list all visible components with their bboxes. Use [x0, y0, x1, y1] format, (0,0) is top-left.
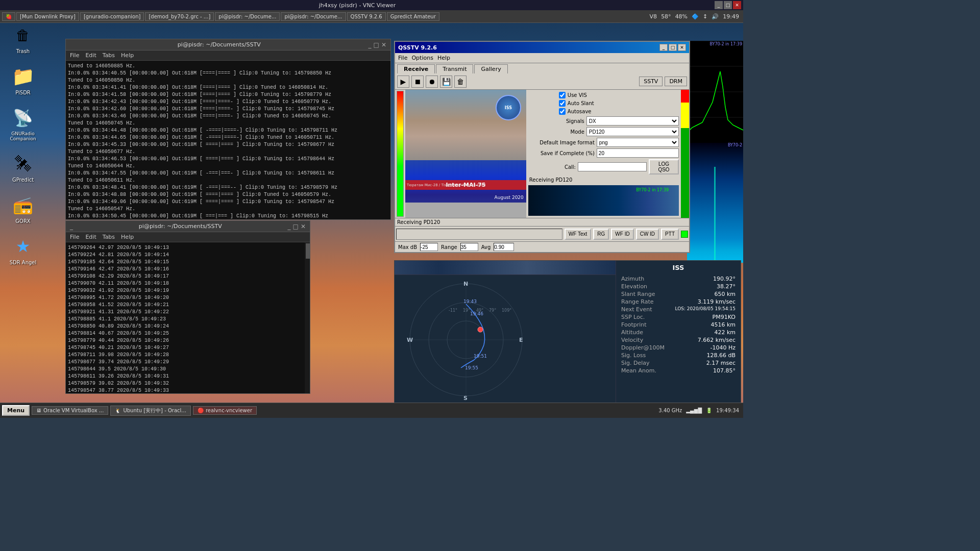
gorx-icon[interactable]: 📻 GORX	[5, 193, 41, 224]
avg-input[interactable]	[494, 243, 514, 251]
qsstv-title: QSSTV 9.2.6	[398, 44, 659, 51]
qsstv-minimize[interactable]: _	[659, 44, 668, 51]
sstv-image-area: ISS Inter-MAI-75 August 2020 Тюратам Мис…	[405, 90, 526, 218]
terminal-2-content: 145799264 42.97 2020/8/5 10:49:131457992…	[66, 242, 305, 393]
qsstv-menu-help[interactable]: Help	[437, 55, 450, 61]
qsstv-tab-gallery[interactable]: Gallery	[474, 64, 507, 73]
pisdr-icon[interactable]: 📁 PiSDR	[5, 64, 41, 95]
call-input[interactable]	[578, 162, 647, 171]
terminal-2-close[interactable]: ✕	[301, 223, 306, 230]
qsstv-window-controls: _ □ ✕	[659, 44, 686, 51]
terminal-2-scrollbar[interactable]	[305, 242, 310, 393]
delete-button[interactable]: 🗑	[454, 76, 467, 88]
level-green	[681, 128, 689, 218]
gpredict-icon[interactable]: 🛰 GPredict	[5, 152, 41, 183]
qsstv-menu-options[interactable]: Options	[411, 55, 433, 61]
menu-button[interactable]: Menu	[2, 405, 30, 416]
rg-button[interactable]: RG	[593, 229, 609, 240]
image-format-select[interactable]: png	[597, 138, 679, 147]
taskbar-bottom-left: Menu 🖥 Oracle VM VirtualBox ... 🐧 Ubuntu…	[0, 405, 257, 416]
log-qso-button[interactable]: LOG QSO	[649, 159, 679, 174]
terminal-1-close[interactable]: ✕	[381, 41, 386, 48]
autosave-row: Autosave	[559, 108, 679, 115]
next-event-label: Next Event	[621, 306, 652, 313]
sstv-tab[interactable]: SSTV	[639, 77, 663, 86]
ptt-button[interactable]: PTT	[661, 229, 679, 240]
gnuradio-icon[interactable]: 📡 GNURadio Companion	[5, 106, 41, 141]
save-complete-input[interactable]	[597, 148, 679, 158]
qsstv-tab-transmit[interactable]: Transmit	[436, 64, 473, 73]
terminal-1-maximize[interactable]: □	[374, 41, 379, 48]
use-vis-label: Use VIS	[568, 92, 587, 98]
sdrangel-icon[interactable]: ★ SDR Angel	[5, 234, 41, 265]
taskbar-terminal1[interactable]: pi@pisdr: ~/Docume...	[215, 12, 280, 21]
raspberry-menu[interactable]: 🍓	[2, 12, 15, 21]
terminal-2-menu-edit[interactable]: Edit	[85, 234, 96, 240]
range-input[interactable]	[460, 243, 478, 251]
terminal-1-menu-tabs[interactable]: Tabs	[103, 52, 115, 59]
scrollbar-thumb[interactable]	[306, 243, 310, 259]
gorx-icon-img: 📻	[11, 193, 35, 217]
qsstv-status: Receiving PD120	[528, 176, 679, 184]
qsstv-maximize[interactable]: □	[669, 44, 677, 51]
taskbar-gpredict[interactable]: Gpredict Amateur	[387, 12, 439, 21]
qsstv-status-bar: Receiving PD120	[395, 218, 689, 226]
terminal-2-menu-help[interactable]: Help	[121, 234, 134, 240]
mai-badge: ISS	[496, 95, 521, 120]
terminal-1-minimize[interactable]: _	[369, 41, 372, 48]
signals-select[interactable]: DX	[586, 116, 679, 126]
drm-tab[interactable]: DRM	[665, 77, 687, 86]
terminal-2-menu-file[interactable]: File	[70, 234, 79, 240]
vnc-minimize-button[interactable]: _	[715, 1, 723, 9]
spectrum-label: BY70-2 in 17:39	[709, 42, 742, 46]
doppler-row: Doppler@100M -1040 Hz	[621, 344, 736, 351]
auto-slant-checkbox[interactable]	[559, 100, 566, 107]
wf-id-button[interactable]: WF ID	[611, 229, 633, 240]
terminal-2-title: pi@pisdr: ~/Documents/SSTV	[73, 223, 288, 230]
taskbar-terminal2[interactable]: pi@pisdr: ~/Docume...	[281, 12, 346, 21]
wf-text-button[interactable]: WF Text	[565, 229, 591, 240]
virtualbox-taskbar[interactable]: 🖥 Oracle VM VirtualBox ...	[32, 406, 108, 415]
receiving-status: Receiving PD120	[397, 219, 440, 225]
mode-select[interactable]: PD120	[586, 127, 679, 136]
mode-label: Mode	[528, 129, 584, 135]
taskbar-qsstv[interactable]: QSSTV 9.2.6	[347, 12, 386, 21]
save-button[interactable]: 💾	[440, 76, 452, 88]
sat-info-panel: ISS Azimuth 190.92° Elevation 38.27° Sla…	[616, 261, 741, 410]
ubuntu-taskbar[interactable]: 🐧 Ubuntu [実行中] - Oracl...	[110, 406, 190, 416]
terminal-1-menu-help[interactable]: Help	[121, 52, 134, 59]
taskbar-demod[interactable]: [demod_by70-2.grc - ...]	[145, 12, 214, 21]
terminal-1-title: pi@pisdr: ~/Documents/SSTV	[70, 41, 369, 48]
sig-loss-label: Sig. Loss	[621, 352, 646, 359]
cw-id-button[interactable]: CW ID	[636, 229, 659, 240]
terminal-1-menu-edit[interactable]: Edit	[85, 52, 96, 59]
qsstv-menu-file[interactable]: File	[398, 55, 407, 61]
use-vis-checkbox[interactable]	[559, 92, 566, 98]
footprint-val: 4516 km	[710, 321, 736, 328]
terminal-2-maximize[interactable]: □	[293, 223, 299, 230]
vnc-close-button[interactable]: ✕	[733, 1, 741, 9]
taskbar-gnuradio[interactable]: [gnuradio-companion]	[80, 12, 144, 21]
record-button[interactable]: ⏺	[426, 76, 438, 88]
play-button[interactable]: ▶	[397, 76, 409, 88]
autosave-checkbox[interactable]	[559, 108, 566, 115]
qsstv-tabs: Receive Transmit Gallery	[395, 63, 689, 73]
qsstv-bottom-input[interactable]	[396, 229, 562, 240]
spectrum-display: BY70-2 in 17:39	[687, 41, 743, 143]
vnc-taskbar[interactable]: 🔴 realvnc-vncviewer	[193, 406, 257, 415]
trash-icon[interactable]: 🗑 Trash	[5, 23, 41, 54]
terminal-1-menu-file[interactable]: File	[70, 52, 79, 59]
taskbar-mun-proxy[interactable]: [Mun Downlink Proxy]	[16, 12, 79, 21]
vnc-maximize-button[interactable]: □	[724, 1, 732, 9]
save-complete-label: Save if Complete (%)	[528, 151, 595, 156]
doppler-label: Doppler@100M	[621, 344, 665, 351]
qsstv-close[interactable]: ✕	[678, 44, 686, 51]
terminal-2-minimize[interactable]: _	[288, 223, 291, 230]
svg-text:19:55: 19:55	[465, 365, 478, 370]
ubuntu-label: Ubuntu [実行中] - Oracl...	[123, 407, 186, 414]
qsstv-tab-receive[interactable]: Receive	[397, 64, 435, 73]
stop-button[interactable]: ⏹	[411, 76, 424, 88]
ssp-loc-val: PM91KO	[713, 314, 736, 320]
max-db-input[interactable]	[420, 243, 438, 251]
terminal-2-menu-tabs[interactable]: Tabs	[103, 234, 115, 240]
